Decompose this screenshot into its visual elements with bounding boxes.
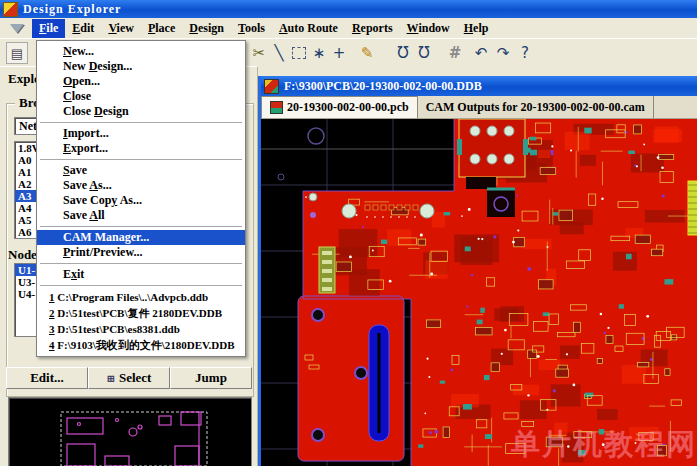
file-menu-item-3-d-51test-pcb-es8381-ddb[interactable]: 3 D:\51test\PCB\es8381.ddb	[37, 321, 245, 337]
help-icon[interactable]: ?	[514, 42, 536, 64]
pcb-canvas-area[interactable]: 单片机教程网	[261, 119, 697, 466]
document-icon	[264, 79, 279, 94]
file-menu-item-save-all[interactable]: Save All	[37, 208, 245, 223]
file-menu-item-open[interactable]: Open...	[37, 74, 245, 89]
undo-icon[interactable]: ↶	[470, 42, 492, 64]
pcb-doc-icon	[270, 101, 283, 114]
menubar-window[interactable]: Window	[400, 19, 457, 38]
component-move-icon[interactable]: Ʊ	[413, 42, 435, 64]
menu-separator	[40, 226, 242, 227]
file-menu-item-close[interactable]: Close	[37, 89, 245, 104]
menubar-items: FileEditViewPlaceDesignToolsAuto RouteRe…	[32, 19, 495, 38]
button-label: Select	[119, 370, 151, 386]
window-title: Design Explorer	[23, 2, 121, 17]
minimap-viewport[interactable]	[61, 412, 207, 466]
document-window: F:\9300\PCB\20-19300-002-00-00.DDB 20-19…	[258, 76, 697, 466]
pcb-canvas[interactable]	[261, 119, 697, 466]
file-menu-item-cam-manager[interactable]: CAM Manager...	[37, 230, 245, 245]
menubar-help[interactable]: Help	[457, 19, 496, 38]
file-menu-item-exit[interactable]: Exit	[37, 267, 245, 282]
file-menu-item-4-f-9103-2180dev-ddb[interactable]: 4 F:\9103\我收到的文件\2180DEV.DDB	[37, 337, 245, 353]
file-menu-item-save[interactable]: Save	[37, 163, 245, 178]
jump-button[interactable]: Jump	[170, 367, 252, 389]
grid-select-icon: ⊞	[107, 373, 115, 384]
menubar-auto-route[interactable]: Auto Route	[272, 19, 345, 38]
menubar-edit[interactable]: Edit	[65, 19, 101, 38]
board-minimap[interactable]	[8, 397, 252, 466]
panel-button-row: Edit...⊞SelectJump	[6, 367, 252, 389]
file-menu-dropdown: New...New Design...Open...CloseClose Des…	[36, 40, 246, 357]
deselect-icon[interactable]: ∗	[308, 42, 330, 64]
menubar-tools[interactable]: Tools	[231, 19, 272, 38]
redo-icon[interactable]: ↷	[492, 42, 514, 64]
app-icon	[3, 2, 18, 17]
menu-separator	[40, 285, 242, 286]
design-explorer-window: Design Explorer FileEditViewPlaceDesignT…	[0, 0, 697, 466]
menubar-place[interactable]: Place	[141, 19, 182, 38]
tab-pcb-document[interactable]: 20-19300-002-00-00.pcb	[261, 96, 418, 118]
menubar: FileEditViewPlaceDesignToolsAuto RouteRe…	[0, 18, 697, 39]
file-menu-item-save-copy-as[interactable]: Save Copy As...	[37, 193, 245, 208]
grid-icon[interactable]: #	[444, 42, 466, 64]
file-menu-item-import[interactable]: Import...	[37, 126, 245, 141]
select-button[interactable]: ⊞Select	[88, 367, 170, 389]
design-manager-icon[interactable]: ▤	[6, 42, 28, 64]
menubar-design[interactable]: Design	[182, 19, 231, 38]
button-label: Jump	[195, 370, 227, 386]
file-menu-item-close-design[interactable]: Close Design	[37, 104, 245, 119]
main-titlebar[interactable]: Design Explorer	[0, 0, 697, 18]
menubar-view[interactable]: View	[101, 19, 141, 38]
pencil-icon[interactable]: ✎	[356, 42, 378, 64]
tab-cam-outputs[interactable]: CAM Outputs for 20-19300-002-00-00.cam	[418, 96, 654, 118]
file-menu-item-print-preview[interactable]: Print/Preview...	[37, 245, 245, 260]
menubar-reports[interactable]: Reports	[345, 19, 400, 38]
move-icon[interactable]: +	[328, 42, 350, 64]
window-menu-arrow-icon[interactable]	[10, 24, 24, 33]
document-tabbar: 20-19300-002-00-00.pcb CAM Outputs for 2…	[261, 96, 697, 119]
file-menu-item-new[interactable]: New...	[37, 44, 245, 59]
minimap-board-outline	[67, 412, 201, 466]
tab-label: CAM Outputs for 20-19300-002-00-00.cam	[426, 100, 645, 115]
edit-button[interactable]: Edit...	[6, 367, 88, 389]
file-menu-item-export[interactable]: Export...	[37, 141, 245, 156]
menubar-file[interactable]: File	[32, 19, 65, 38]
knife-icon[interactable]: ✂	[248, 42, 270, 64]
document-titlebar[interactable]: F:\9300\PCB\20-19300-002-00-00.DDB	[261, 76, 697, 96]
component-icon[interactable]: Ʊ	[392, 42, 414, 64]
file-menu-item-new-design[interactable]: New Design...	[37, 59, 245, 74]
menu-separator	[40, 159, 242, 160]
button-label: Edit...	[30, 370, 64, 386]
menu-separator	[40, 263, 242, 264]
tab-label: 20-19300-002-00-00.pcb	[287, 100, 409, 115]
document-title: F:\9300\PCB\20-19300-002-00-00.DDB	[284, 79, 482, 94]
file-menu-item-save-as[interactable]: Save As...	[37, 178, 245, 193]
selection-box-icon[interactable]	[288, 42, 310, 64]
file-menu-item-1-c-program-files-advpcb-ddb[interactable]: 1 C:\Program Files\..\Advpcb.ddb	[37, 289, 245, 305]
file-menu-item-2-d-51test-pcb-2180dev-ddb[interactable]: 2 D:\51test\PCB\复件 2180DEV.DDB	[37, 305, 245, 321]
menu-separator	[40, 122, 242, 123]
line-icon[interactable]: ╲	[268, 42, 290, 64]
